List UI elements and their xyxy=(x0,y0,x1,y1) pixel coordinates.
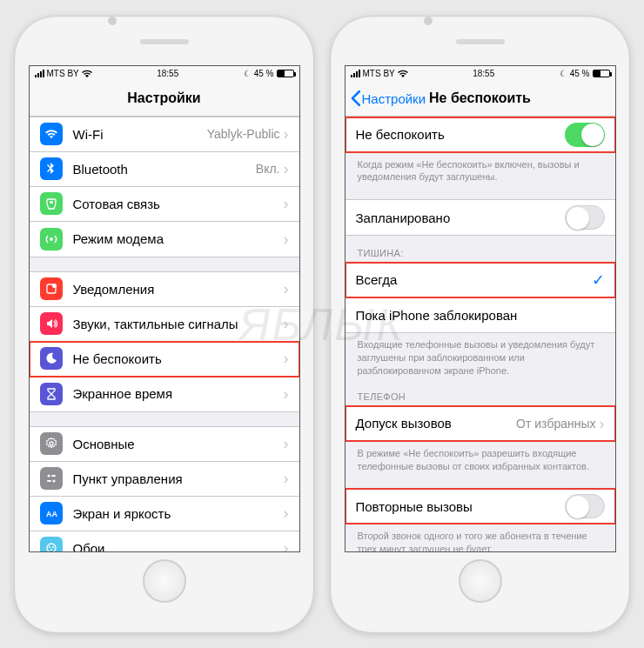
cell-label: Wi-Fi xyxy=(73,127,207,142)
cell-label: Всегда xyxy=(356,272,592,287)
moon-status-icon: ☾ xyxy=(560,69,567,78)
svg-point-7 xyxy=(52,480,55,483)
back-button[interactable]: Настройки xyxy=(351,90,426,106)
clock: 18:55 xyxy=(157,69,178,78)
chevron-right-icon: › xyxy=(284,540,289,551)
cell-label: Повторные вызовы xyxy=(356,499,565,514)
svg-point-3 xyxy=(52,284,57,288)
clock: 18:55 xyxy=(473,69,494,78)
wifi-status-icon xyxy=(82,70,92,77)
cell-label: Экранное время xyxy=(73,386,284,401)
footer: Когда режим «Не беспокоить» включен, выз… xyxy=(345,153,615,186)
wifi-icon xyxy=(40,123,63,145)
phone-left: MTS BY 18:55 ☾ 45 % Настройки Wi-Fi Yabl… xyxy=(14,16,314,633)
speaker xyxy=(140,39,189,44)
notif-icon xyxy=(40,277,63,300)
footer: Второй звонок одного и того же абонента … xyxy=(345,524,615,551)
cell-detail: От избранных xyxy=(516,417,595,431)
signal-icon xyxy=(35,70,44,77)
settings-row-hotspot[interactable]: Режим модема › xyxy=(30,222,299,257)
settings-row-ctrl[interactable]: Пункт управления › xyxy=(30,462,299,497)
status-bar: MTS BY 18:55 ☾ 45 % xyxy=(345,66,615,82)
screen-dnd: MTS BY 18:55 ☾ 45 % Настройки Не беспоко… xyxy=(345,65,616,552)
cell-label: Пока iPhone заблокирован xyxy=(356,308,605,323)
repeat-calls-cell[interactable]: Повторные вызовы xyxy=(345,489,615,524)
always-cell[interactable]: Всегда ✓ xyxy=(345,263,615,297)
chevron-right-icon: › xyxy=(284,161,289,177)
cell-label: Допуск вызовов xyxy=(356,416,517,431)
page-title: Настройки xyxy=(127,90,200,106)
wifi-status-icon xyxy=(398,70,408,77)
scheduled-cell[interactable]: Запланировано xyxy=(345,200,615,235)
dnd-list[interactable]: Не беспокоить Когда режим «Не беспокоить… xyxy=(345,117,615,551)
gear-icon xyxy=(40,432,63,455)
cell-label: Не беспокоить xyxy=(73,351,284,366)
camera xyxy=(424,17,433,25)
settings-row-notif[interactable]: Уведомления › xyxy=(30,272,299,307)
cell-label: Уведомления xyxy=(73,282,284,297)
settings-row-moon[interactable]: Не беспокоить › xyxy=(30,342,299,377)
disp-icon: AA xyxy=(40,502,63,524)
wall-icon xyxy=(40,537,63,551)
repeat-switch[interactable] xyxy=(565,494,605,518)
settings-row-sound[interactable]: Звуки, тактильные сигналы › xyxy=(30,307,299,342)
chevron-left-icon xyxy=(351,90,360,106)
hourglass-icon xyxy=(40,383,63,405)
chevron-right-icon: › xyxy=(284,505,289,521)
chevron-right-icon: › xyxy=(284,281,289,297)
while-locked-cell[interactable]: Пока iPhone заблокирован xyxy=(345,297,615,332)
nav-bar: Настройки xyxy=(30,82,299,117)
footer: Входящие телефонные вызовы и уведомления… xyxy=(345,333,615,379)
svg-rect-8 xyxy=(47,480,51,482)
chevron-right-icon: › xyxy=(284,126,289,142)
home-button[interactable] xyxy=(143,559,186,603)
footer: В режиме «Не беспокоить» разрешить входя… xyxy=(345,442,615,475)
settings-row-cell[interactable]: Сотовая связь › xyxy=(30,187,299,222)
page-title: Не беспокоить xyxy=(429,90,531,106)
cell-label: Звуки, тактильные сигналы xyxy=(73,317,284,331)
ctrl-icon xyxy=(40,467,63,490)
cell-detail: Yablyk-Public xyxy=(207,127,280,141)
svg-rect-0 xyxy=(50,201,53,204)
cell-label: Основные xyxy=(73,437,284,451)
sound-icon xyxy=(40,312,63,335)
cell-label: Экран и яркость xyxy=(73,506,284,521)
dnd-switch[interactable] xyxy=(565,123,605,147)
checkmark-icon: ✓ xyxy=(592,271,605,290)
settings-row-wifi[interactable]: Wi-Fi Yablyk-Public › xyxy=(30,117,299,152)
cell-detail: Вкл. xyxy=(256,162,280,176)
cell-label: Пункт управления xyxy=(73,471,284,486)
settings-row-bt[interactable]: Bluetooth Вкл. › xyxy=(30,152,299,187)
dnd-toggle-cell[interactable]: Не беспокоить xyxy=(345,117,615,152)
svg-point-11 xyxy=(49,546,50,548)
settings-row-hourglass[interactable]: Экранное время › xyxy=(30,377,299,411)
svg-rect-6 xyxy=(51,475,56,477)
scheduled-switch[interactable] xyxy=(565,205,605,230)
battery-pct: 45 % xyxy=(254,69,274,78)
moon-icon xyxy=(40,347,63,370)
back-label: Настройки xyxy=(362,91,426,106)
section-header: ТИШИНА: xyxy=(345,236,615,262)
camera xyxy=(108,17,117,25)
moon-status-icon: ☾ xyxy=(244,69,252,78)
phone-right: MTS BY 18:55 ☾ 45 % Настройки Не беспоко… xyxy=(330,16,630,633)
allow-calls-cell[interactable]: Допуск вызовов От избранных › xyxy=(345,406,615,441)
svg-point-5 xyxy=(47,475,50,478)
home-button[interactable] xyxy=(459,559,502,603)
chevron-right-icon: › xyxy=(284,436,289,451)
settings-row-gear[interactable]: Основные › xyxy=(30,427,299,462)
settings-row-wall[interactable]: Обои › xyxy=(30,531,299,551)
svg-point-12 xyxy=(52,546,54,548)
cell-label: Не беспокоить xyxy=(356,127,565,142)
svg-point-1 xyxy=(50,237,53,241)
nav-bar: Настройки Не беспокоить xyxy=(345,82,615,117)
chevron-right-icon: › xyxy=(600,416,605,431)
settings-list[interactable]: Wi-Fi Yablyk-Public › Bluetooth Вкл. › С… xyxy=(30,117,299,551)
svg-point-4 xyxy=(50,442,53,445)
screen-settings: MTS BY 18:55 ☾ 45 % Настройки Wi-Fi Yabl… xyxy=(29,65,300,552)
settings-row-disp[interactable]: AA Экран и яркость › xyxy=(30,497,299,531)
battery-pct: 45 % xyxy=(570,69,590,78)
chevron-right-icon: › xyxy=(284,351,289,366)
signal-icon xyxy=(351,70,360,77)
svg-point-13 xyxy=(50,549,52,551)
